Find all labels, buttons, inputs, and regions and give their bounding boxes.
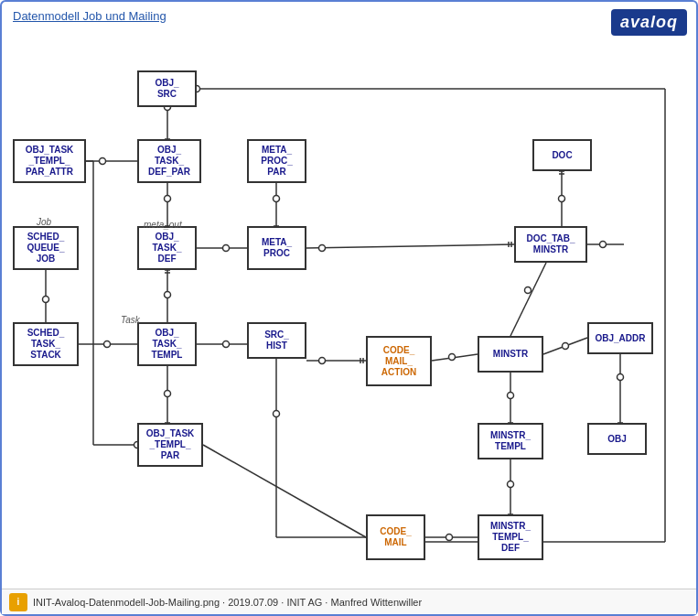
page-title[interactable]: Datenmodell Job und Mailing: [13, 9, 166, 23]
svg-point-85: [446, 535, 453, 541]
svg-point-61: [600, 242, 607, 248]
svg-point-93: [274, 411, 280, 417]
label-meta-out: meta_out: [144, 220, 182, 230]
entity-code-mail-action: CODE_ MAIL_ ACTION: [366, 336, 432, 386]
entity-minstr-templ: MINSTR_ TEMPL: [478, 423, 543, 459]
svg-line-62: [432, 354, 478, 361]
svg-point-39: [223, 341, 230, 348]
svg-point-13: [165, 196, 171, 202]
svg-point-88: [319, 358, 326, 364]
entity-obj: OBJ: [587, 423, 647, 455]
svg-point-35: [104, 341, 111, 348]
init-logo: i: [9, 593, 27, 611]
svg-line-56: [510, 263, 546, 336]
entity-minstr: MINSTR: [478, 336, 543, 373]
footer-text: INIT-Avaloq-Datenmodell-Job-Mailing.png …: [33, 597, 422, 608]
svg-point-49: [319, 245, 326, 252]
svg-point-65: [449, 354, 456, 361]
svg-point-31: [223, 245, 230, 252]
entity-obj-src: OBJ_ SRC: [137, 70, 197, 107]
svg-line-48: [306, 244, 514, 248]
entity-obj-task-def-par: OBJ_ TASK_ DEF_PAR: [137, 139, 201, 183]
svg-line-86: [203, 445, 366, 537]
svg-point-17: [274, 196, 280, 202]
svg-point-27: [165, 292, 171, 298]
entity-obj-addr: OBJ_ADDR: [587, 322, 653, 354]
label-task: Task: [121, 315, 140, 325]
entity-meta-proc-par: META_ PROC_ PAR: [247, 139, 306, 183]
entity-minstr-templ-def: MINSTR_ TEMPL_ DEF: [478, 514, 543, 560]
entity-doc-tab-minstr: DOC_TAB_ MINSTR: [514, 226, 587, 263]
entity-meta-proc: META_ PROC: [247, 226, 306, 270]
svg-point-55: [559, 196, 565, 202]
diagram-area: OBJ_ SRCOBJ_TASK _TEMPL_ PAR_ATTROBJ_ TA…: [2, 29, 696, 587]
svg-point-75: [617, 374, 624, 381]
entity-src-hist: SRC_ HIST: [247, 322, 306, 359]
entity-sched-queue-job: SCHED_ QUEUE_ JOB: [13, 226, 79, 270]
entity-obj-task-templ-par-attr: OBJ_TASK _TEMPL_ PAR_ATTR: [13, 139, 86, 183]
entity-code-mail: CODE_ MAIL: [366, 514, 425, 560]
label-job: Job: [37, 217, 51, 227]
entity-obj-task-templ-par: OBJ_TASK _TEMPL_ PAR: [137, 423, 203, 467]
svg-point-57: [525, 287, 532, 294]
svg-point-41: [165, 391, 171, 397]
connections-svg: [2, 29, 696, 587]
entity-sched-task-stack: SCHED_ TASK_ STACK: [13, 322, 79, 366]
svg-point-71: [508, 393, 514, 399]
entity-obj-task-templ: OBJ_ TASK_ TEMPL: [137, 322, 197, 366]
svg-point-79: [508, 481, 514, 488]
svg-line-66: [543, 338, 587, 354]
entity-obj-task-def: OBJ_ TASK_ DEF: [137, 226, 197, 270]
main-container: Datenmodell Job und Mailing avaloq: [0, 0, 698, 616]
entity-doc: DOC: [532, 139, 592, 171]
svg-point-11: [100, 158, 106, 165]
svg-point-23: [43, 297, 49, 303]
footer: i INIT-Avaloq-Datenmodell-Job-Mailing.pn…: [2, 589, 696, 614]
svg-point-69: [563, 343, 569, 350]
